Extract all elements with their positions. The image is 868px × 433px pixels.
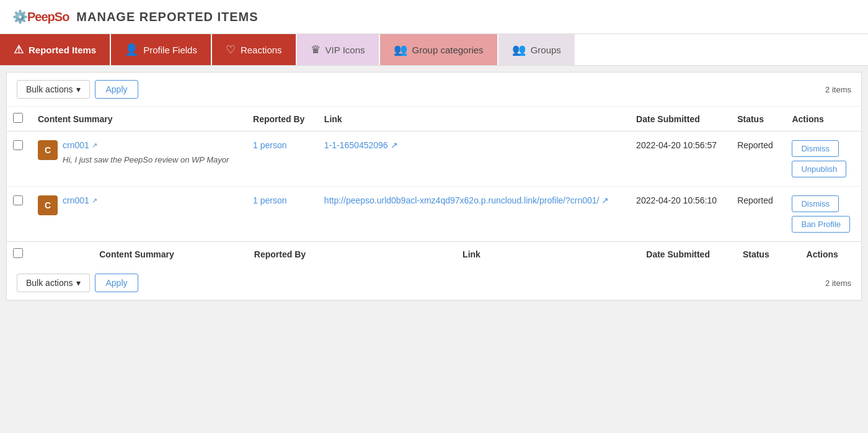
apply-button-top[interactable]: Apply: [95, 80, 138, 99]
table-row: C crn001 ↗ 1 person: [7, 187, 861, 242]
row1-link-cell: 1-1-1650452096 ↗: [316, 132, 627, 187]
row1-checkbox-cell: [7, 132, 29, 187]
tab-groups[interactable]: 👥 Groups: [498, 34, 575, 65]
apply-label-top: Apply: [105, 84, 127, 94]
tab-reactions[interactable]: ♡ Reactions: [212, 34, 296, 65]
footer-col-reported-by: Reported By: [244, 242, 316, 267]
reported-items-table: Content Summary Reported By Link Date Su…: [7, 107, 861, 266]
tab-profile-fields[interactable]: 👤 Profile Fields: [111, 34, 211, 65]
row2-status: Reported: [728, 187, 783, 242]
row1-unpublish-button[interactable]: Unpublish: [792, 161, 846, 177]
row2-link-cell: http://peepso.urld0b9acl-xmz4qd97x62o.p.…: [316, 187, 627, 242]
header: ⚙️PeepSo MANAGE REPORTED ITEMS: [0, 0, 868, 34]
row1-user-link[interactable]: crn001 ↗: [63, 140, 229, 150]
footer-col-status: Status: [728, 242, 783, 267]
row1-content-text: Hi, I just saw the PeepSo review on WP M…: [63, 155, 229, 164]
apply-label-bottom: Apply: [105, 278, 127, 288]
page-title: MANAGE REPORTED ITEMS: [76, 10, 258, 24]
items-count-bottom: 2 items: [825, 279, 851, 288]
row1-content-summary: C crn001 ↗ Hi, I just saw the PeepSo rev…: [29, 132, 244, 187]
tab-group-categories-label: Group categories: [412, 45, 484, 55]
table-header-row: Content Summary Reported By Link Date Su…: [7, 107, 861, 132]
row2-date: 2022-04-20 10:56:10: [627, 187, 728, 242]
external-link-icon: ↗: [92, 141, 97, 150]
external-link-icon: ↗: [601, 195, 609, 205]
footer-col-date-submitted: Date Submitted: [627, 242, 728, 267]
row2-dismiss-button[interactable]: Dismiss: [792, 195, 839, 212]
row2-avatar-cell: C crn001 ↗: [38, 195, 236, 215]
col-link: Link: [316, 107, 627, 132]
row1-reported-by: 1 person: [244, 132, 316, 187]
row1-dismiss-button[interactable]: Dismiss: [792, 140, 839, 157]
logo-area: ⚙️PeepSo: [12, 9, 69, 25]
row1-avatar: C: [38, 140, 58, 160]
col-reported-by: Reported By: [244, 107, 316, 132]
row1-reported-by-link[interactable]: 1 person: [253, 140, 286, 150]
select-all-checkbox[interactable]: [13, 113, 23, 123]
row2-ban-profile-button[interactable]: Ban Profile: [792, 216, 850, 233]
group-categories-icon: 👥: [394, 43, 407, 56]
tab-profile-fields-label: Profile Fields: [143, 45, 197, 55]
crown-icon: ♛: [311, 43, 321, 56]
tab-vip-icons-label: VIP Icons: [326, 45, 365, 55]
tab-group-categories[interactable]: 👥 Group categories: [380, 34, 497, 65]
row2-content-summary: C crn001 ↗: [29, 187, 244, 242]
heart-icon: ♡: [226, 43, 236, 56]
row2-checkbox-cell: [7, 187, 29, 242]
toolbar-bottom: Bulk actions ▾ Apply 2 items: [7, 266, 861, 300]
chevron-down-icon: ▾: [76, 278, 81, 288]
tab-reactions-label: Reactions: [241, 45, 282, 55]
col-actions: Actions: [783, 107, 861, 132]
row2-actions: Dismiss Ban Profile: [792, 195, 852, 233]
row1-checkbox[interactable]: [13, 140, 23, 150]
toolbar-top: Bulk actions ▾ Apply 2 items: [7, 73, 861, 107]
tab-reported-items[interactable]: ⚠ Reported Items: [0, 34, 110, 65]
row1-actions: Dismiss Unpublish: [792, 140, 852, 177]
footer-col-actions: Actions: [783, 242, 861, 267]
row2-reported-by-link[interactable]: 1 person: [253, 195, 286, 205]
row2-user-info: crn001 ↗: [63, 195, 97, 205]
row1-link[interactable]: 1-1-1650452096 ↗: [324, 140, 619, 150]
row2-avatar: C: [38, 195, 58, 215]
chevron-down-icon: ▾: [76, 84, 81, 94]
footer-col-content-summary: Content Summary: [29, 242, 244, 267]
select-all-header: [7, 107, 29, 132]
row2-link[interactable]: http://peepso.urld0b9acl-xmz4qd97x62o.p.…: [324, 195, 619, 205]
row1-date: 2022-04-20 10:56:57: [627, 132, 728, 187]
footer-select-all: [7, 242, 29, 267]
col-content-summary: Content Summary: [29, 107, 244, 132]
col-date-submitted: Date Submitted: [627, 107, 728, 132]
toolbar-bottom-left: Bulk actions ▾ Apply: [17, 274, 138, 292]
row1-avatar-cell: C crn001 ↗ Hi, I just saw the PeepSo rev…: [38, 140, 236, 164]
table-footer-header-row: Content Summary Reported By Link Date Su…: [7, 242, 861, 267]
external-link-icon: ↗: [92, 197, 97, 205]
row2-user-link[interactable]: crn001 ↗: [63, 195, 97, 205]
row1-user-info: crn001 ↗ Hi, I just saw the PeepSo revie…: [63, 140, 229, 164]
profile-icon: 👤: [125, 43, 138, 56]
external-link-icon: ↗: [391, 140, 398, 150]
bulk-actions-label-bottom: Bulk actions: [26, 278, 73, 288]
footer-col-link: Link: [316, 242, 627, 267]
row2-actions-cell: Dismiss Ban Profile: [783, 187, 861, 242]
row1-actions-cell: Dismiss Unpublish: [783, 132, 861, 187]
row2-checkbox[interactable]: [13, 195, 23, 205]
warning-icon: ⚠: [14, 43, 24, 56]
bulk-actions-button-top[interactable]: Bulk actions ▾: [17, 80, 90, 99]
groups-icon: 👥: [512, 43, 526, 56]
table-row: C crn001 ↗ Hi, I just saw the PeepSo rev…: [7, 132, 861, 187]
bulk-actions-button-bottom[interactable]: Bulk actions ▾: [17, 274, 90, 292]
tab-vip-icons[interactable]: ♛ VIP Icons: [297, 34, 379, 65]
toolbar-top-left: Bulk actions ▾ Apply: [17, 80, 138, 99]
tabs-bar: ⚠ Reported Items 👤 Profile Fields ♡ Reac…: [0, 34, 868, 66]
bulk-actions-label-top: Bulk actions: [26, 84, 73, 94]
col-status: Status: [728, 107, 783, 132]
row1-status: Reported: [728, 132, 783, 187]
row2-reported-by: 1 person: [244, 187, 316, 242]
logo-text: ⚙️PeepSo: [12, 9, 69, 25]
tab-groups-label: Groups: [531, 45, 561, 55]
footer-select-all-checkbox[interactable]: [13, 248, 23, 258]
page-wrapper: ⚙️PeepSo MANAGE REPORTED ITEMS ⚠ Reporte…: [0, 0, 868, 433]
tab-reported-items-label: Reported Items: [29, 45, 96, 55]
apply-button-bottom[interactable]: Apply: [95, 274, 138, 292]
items-count-top: 2 items: [825, 85, 851, 94]
